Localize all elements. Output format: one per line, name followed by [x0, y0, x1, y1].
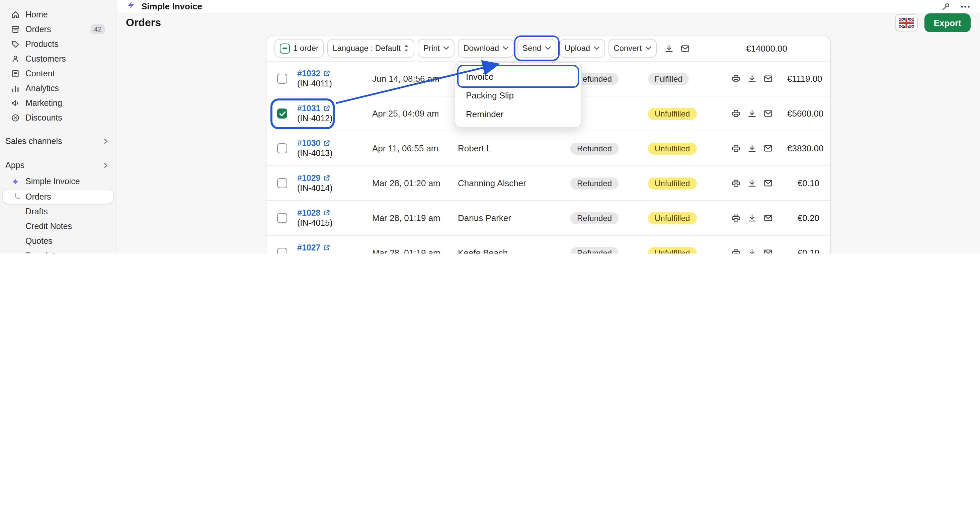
- sidebar-item-analytics[interactable]: Analytics: [5, 81, 110, 95]
- print-icon[interactable]: [731, 178, 741, 188]
- order-cell: #1032 (IN-4011): [297, 69, 372, 88]
- pin-button[interactable]: [941, 2, 951, 11]
- external-link-icon[interactable]: [323, 210, 330, 216]
- sidebar-item-discounts[interactable]: Discounts: [5, 110, 110, 124]
- download-icon[interactable]: [747, 108, 757, 118]
- menu-item-invoice[interactable]: Invoice: [459, 67, 577, 86]
- mail-icon[interactable]: [763, 108, 773, 118]
- language-flag-button[interactable]: [895, 14, 918, 32]
- print-icon[interactable]: [731, 143, 741, 153]
- sidebar-subitem-drafts[interactable]: Drafts: [3, 204, 113, 218]
- mail-icon[interactable]: [763, 143, 773, 153]
- chevron-right-icon: [102, 138, 109, 145]
- sidebar-item-marketing[interactable]: Marketing: [5, 96, 110, 110]
- mail-icon[interactable]: [763, 178, 773, 188]
- invoice-number: (IN-4016): [297, 253, 372, 254]
- external-link-icon[interactable]: [323, 244, 330, 251]
- app-sub-nav: Orders Drafts Credit Notes Quotes Templa…: [0, 190, 116, 254]
- sidebar-item-simple-invoice-app[interactable]: Simple Invoice: [5, 174, 110, 188]
- sidebar-item-customers[interactable]: Customers: [5, 51, 110, 65]
- sidebar-item-content[interactable]: Content: [5, 66, 110, 80]
- download-icon[interactable]: [747, 248, 757, 254]
- subitem-label: Credit Notes: [25, 222, 72, 231]
- check-icon: [279, 111, 285, 116]
- order-link[interactable]: #1028: [297, 208, 321, 218]
- sidebar-subitem-credit-notes[interactable]: Credit Notes: [3, 219, 113, 233]
- external-link-icon[interactable]: [323, 105, 330, 112]
- sidebar-item-products[interactable]: Products: [5, 37, 110, 51]
- order-cell: #1031 (IN-4012): [297, 104, 372, 123]
- download-icon[interactable]: [747, 178, 757, 188]
- selection-count-label: 1 order: [293, 43, 319, 53]
- mail-icon[interactable]: [763, 74, 773, 84]
- pin-icon: [941, 2, 951, 11]
- row-checkbox[interactable]: [277, 74, 287, 84]
- order-cell: #1030 (IN-4013): [297, 139, 372, 158]
- sidebar-subitem-quotes[interactable]: Quotes: [3, 234, 113, 248]
- order-amount: €0.20: [787, 213, 819, 223]
- fulfillment-status-badge: Unfulfilled: [648, 212, 697, 224]
- download-dropdown[interactable]: Download: [458, 39, 514, 57]
- order-link[interactable]: #1029: [297, 174, 321, 183]
- order-link[interactable]: #1030: [297, 139, 321, 148]
- external-link-icon[interactable]: [323, 140, 330, 147]
- more-menu-button[interactable]: [960, 1, 970, 12]
- payment-status-badge: Refunded: [570, 142, 619, 155]
- customers-icon: [11, 54, 20, 63]
- table-row[interactable]: #1029 (IN-4014) Mar 28, 01:20 am Channin…: [266, 166, 830, 200]
- customer-name: Robert L: [458, 143, 570, 153]
- mail-icon[interactable]: [763, 248, 773, 254]
- sidebar-subitem-templates[interactable]: Templates: [3, 249, 113, 254]
- download-icon[interactable]: [747, 74, 757, 84]
- invoice-number: (IN-4011): [297, 79, 372, 88]
- sidebar-item-home[interactable]: Home: [5, 7, 110, 21]
- language-dropdown[interactable]: Language : Default: [327, 39, 415, 57]
- external-link-icon[interactable]: [323, 70, 330, 77]
- mail-icon[interactable]: [763, 213, 773, 223]
- row-checkbox[interactable]: [277, 143, 287, 153]
- tree-elbow-icon: [14, 193, 21, 202]
- order-link[interactable]: #1031: [297, 104, 321, 113]
- select-all-checkbox[interactable]: [280, 43, 290, 53]
- external-link-icon[interactable]: [323, 175, 330, 182]
- print-icon[interactable]: [731, 108, 741, 118]
- page-title: Orders: [126, 17, 161, 29]
- row-checkbox[interactable]: [277, 248, 287, 254]
- orders-icon: [11, 24, 20, 34]
- chevron-down-icon: [544, 46, 550, 50]
- print-icon[interactable]: [731, 248, 741, 254]
- upload-dropdown[interactable]: Upload: [559, 39, 605, 57]
- sidebar-section-sales-channels[interactable]: Sales channels: [5, 137, 109, 146]
- sidebar-section-apps[interactable]: Apps: [5, 161, 109, 170]
- row-checkbox[interactable]: [277, 108, 287, 118]
- menu-item-reminder[interactable]: Reminder: [459, 104, 577, 123]
- sidebar: Home Orders 42 Products Customers Conten…: [0, 0, 116, 254]
- fulfillment-status-badge: Fulfilled: [648, 73, 689, 85]
- download-icon[interactable]: [664, 43, 674, 53]
- sidebar-subitem-orders[interactable]: Orders: [3, 190, 113, 204]
- sidebar-item-orders[interactable]: Orders 42: [5, 22, 110, 36]
- order-link[interactable]: #1027: [297, 243, 321, 252]
- download-icon[interactable]: [747, 143, 757, 153]
- convert-dropdown[interactable]: Convert: [608, 39, 656, 57]
- order-date: Mar 28, 01:20 am: [372, 178, 458, 188]
- table-row[interactable]: #1028 (IN-4015) Mar 28, 01:19 am Darius …: [266, 200, 830, 235]
- print-icon[interactable]: [731, 74, 741, 84]
- page-header: Orders Export: [116, 13, 980, 32]
- mail-icon[interactable]: [680, 43, 690, 53]
- table-row[interactable]: #1030 (IN-4013) Apr 11, 06:55 am Robert …: [266, 131, 830, 166]
- menu-item-packing-slip[interactable]: Packing Slip: [459, 86, 577, 104]
- table-row[interactable]: #1027 (IN-4016) Mar 28, 01:19 am Keefe B…: [266, 235, 830, 254]
- apps-label: Apps: [5, 161, 24, 170]
- send-dropdown[interactable]: Send: [517, 39, 556, 57]
- order-link[interactable]: #1032: [297, 69, 321, 78]
- fulfillment-status-badge: Unfulfilled: [648, 142, 697, 155]
- selection-toggle[interactable]: 1 order: [274, 39, 324, 57]
- print-dropdown[interactable]: Print: [418, 39, 455, 57]
- export-button[interactable]: Export: [924, 13, 970, 32]
- print-icon[interactable]: [731, 213, 741, 223]
- row-checkbox[interactable]: [277, 178, 287, 188]
- row-checkbox[interactable]: [277, 213, 287, 223]
- more-icon: [960, 1, 970, 12]
- download-icon[interactable]: [747, 213, 757, 223]
